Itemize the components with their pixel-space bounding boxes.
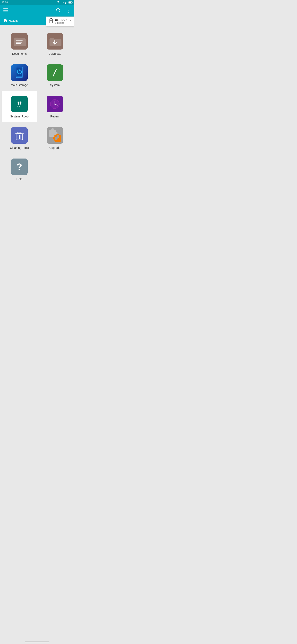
svg-rect-6	[69, 2, 71, 3]
grid-item-system[interactable]: / System	[37, 60, 73, 91]
grid-item-recent[interactable]: Recent	[37, 91, 73, 122]
documents-icon	[11, 33, 28, 50]
system-icon: /	[47, 64, 63, 81]
svg-rect-8	[3, 10, 8, 11]
svg-rect-13	[50, 18, 52, 20]
search-icon[interactable]	[55, 7, 61, 14]
download-label: Download	[48, 52, 61, 55]
svg-rect-16	[50, 22, 51, 22]
signal-icon	[65, 1, 68, 4]
svg-point-52	[56, 135, 59, 138]
toolbar: ⋮	[0, 5, 74, 16]
wifi-icon	[56, 1, 60, 4]
svg-rect-2	[66, 2, 66, 4]
svg-text:?: ?	[17, 162, 22, 172]
svg-rect-0	[65, 3, 65, 4]
system-root-label: System (Root)	[10, 115, 28, 118]
status-time: 10:00	[2, 1, 8, 4]
svg-rect-26	[17, 76, 22, 77]
main-storage-label: Main Storage	[11, 84, 28, 87]
breadcrumb-bar: Home CLIPBOARD 1 copied	[0, 16, 74, 25]
recent-icon	[47, 96, 63, 112]
svg-text:#: #	[17, 99, 22, 109]
toolbar-right: ⋮	[55, 7, 72, 14]
clipboard-title: CLIPBOARD	[55, 18, 72, 22]
clipboard-popup-text: CLIPBOARD 1 copied	[55, 18, 72, 24]
svg-rect-1	[65, 2, 66, 4]
help-icon: ?	[11, 158, 28, 175]
svg-rect-5	[72, 2, 73, 3]
svg-line-11	[59, 11, 60, 12]
svg-text:/: /	[52, 67, 58, 78]
status-icons: LTE	[56, 1, 73, 4]
clipboard-icon	[49, 18, 53, 24]
grid-item-download[interactable]: Download	[37, 28, 73, 60]
menu-icon[interactable]	[2, 7, 9, 14]
battery-icon	[68, 1, 73, 4]
main-storage-icon	[11, 64, 28, 81]
breadcrumb-home[interactable]: Home	[3, 18, 18, 23]
upgrade-icon	[47, 127, 63, 144]
grid-item-main-storage[interactable]: Main Storage	[2, 60, 37, 91]
grid-container: Documents Download	[0, 25, 74, 188]
svg-rect-7	[3, 8, 8, 9]
grid-item-upgrade[interactable]: Upgrade	[37, 122, 73, 154]
svg-rect-15	[50, 21, 52, 22]
cleaning-tools-label: Cleaning Tools	[10, 146, 29, 150]
toolbar-left	[2, 7, 9, 14]
system-root-icon: #	[11, 96, 28, 112]
svg-rect-9	[3, 12, 8, 12]
help-label: Help	[16, 178, 22, 181]
svg-rect-18	[16, 40, 23, 41]
lte-icon: LTE	[61, 2, 64, 4]
clipboard-popup[interactable]: CLIPBOARD 1 copied	[46, 16, 74, 26]
system-label: System	[50, 84, 60, 87]
grid-item-system-root[interactable]: # System (Root)	[2, 91, 37, 122]
svg-rect-14	[50, 20, 52, 21]
grid-item-documents[interactable]: Documents	[2, 28, 37, 60]
svg-rect-3	[67, 2, 67, 4]
svg-point-46	[51, 128, 54, 131]
recent-label: Recent	[50, 115, 59, 118]
upgrade-label: Upgrade	[49, 146, 60, 150]
more-options-icon[interactable]: ⋮	[65, 7, 72, 14]
svg-rect-19	[16, 42, 22, 42]
cleaning-tools-icon	[11, 127, 28, 144]
status-bar: 10:00 LTE	[0, 0, 74, 5]
documents-label: Documents	[12, 52, 27, 55]
breadcrumb-label: Home	[9, 19, 18, 22]
home-icon	[3, 18, 7, 23]
clipboard-subtitle: 1 copied	[55, 22, 72, 24]
svg-point-36	[54, 104, 55, 105]
download-icon	[47, 33, 63, 50]
grid-item-cleaning-tools[interactable]: Cleaning Tools	[2, 122, 37, 154]
svg-rect-20	[16, 43, 21, 44]
grid-item-help[interactable]: ? Help	[2, 154, 37, 185]
